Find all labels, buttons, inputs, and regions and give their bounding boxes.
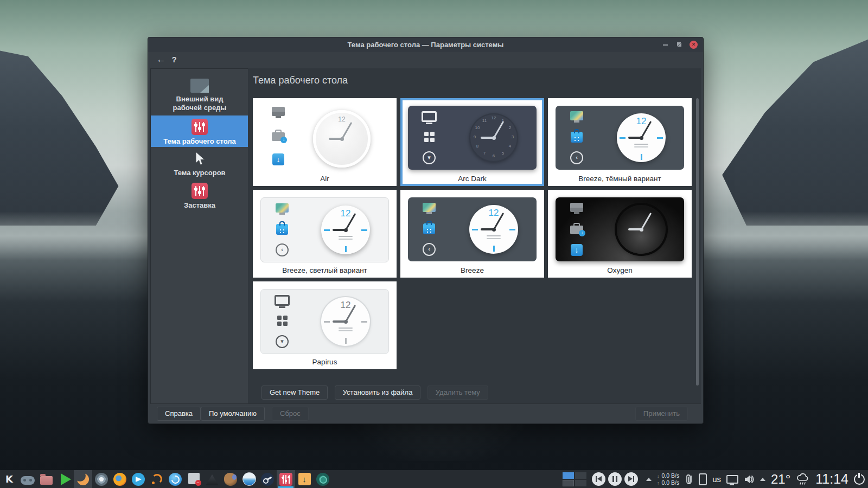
preview-icons: [569, 203, 585, 256]
taskbar-chromium[interactable]: [92, 470, 111, 488]
taskbar-rss-reader[interactable]: [148, 470, 166, 488]
toolbar: ← ?: [148, 52, 703, 68]
pet-icon: [224, 473, 237, 486]
monitor-icon: [272, 107, 285, 116]
taskbar-torrent[interactable]: [166, 470, 184, 488]
keyboard-layout-indicator[interactable]: us: [712, 474, 721, 484]
system-tray: ↓0.0 B/s ↑0.0 B/s us 21°: [563, 470, 868, 488]
theme-card-papirus[interactable]: ▾ 12 Papirus: [253, 281, 397, 369]
taskbar-firefox[interactable]: [111, 470, 129, 488]
minute-hand: [641, 213, 652, 230]
clock-numeral: 12: [490, 115, 497, 120]
taskbar-paint-app[interactable]: [240, 470, 258, 488]
monitor-icon: [276, 203, 289, 213]
up-arrow-icon: ↑: [657, 480, 660, 486]
clock-numeral: 12: [469, 208, 518, 219]
power-icon[interactable]: [854, 474, 865, 485]
briefcase-icon: [272, 132, 285, 141]
delete-theme-button: Удалить тему: [427, 386, 488, 400]
taskbar-download-manager[interactable]: [295, 470, 314, 488]
weather-rain-icon[interactable]: [796, 472, 810, 486]
taskbar-system-settings[interactable]: [277, 470, 295, 488]
sidebar-item-screensaver[interactable]: Заставка: [151, 179, 248, 212]
theme-card-breeze-light[interactable]: ‹ 12 Breeze, светлый вариант: [253, 190, 397, 278]
theme-card-breeze[interactable]: ‹ 12 Breeze: [400, 190, 544, 278]
theme-name: Oxygen: [548, 266, 692, 274]
clock-numeral: 12: [617, 116, 666, 127]
desktop-4[interactable]: [575, 480, 586, 486]
clipboard-icon[interactable]: [685, 473, 693, 485]
get-new-theme-button[interactable]: Get new Theme: [261, 386, 328, 400]
tick-6: [641, 154, 642, 160]
phone-icon[interactable]: [699, 473, 707, 485]
back-button[interactable]: ←: [155, 53, 168, 66]
theme-list-panel: Тема рабочего стола 12 Air: [248, 68, 701, 404]
titlebar[interactable]: Тема рабочего стола — Параметры системы: [148, 37, 703, 52]
minimize-icon[interactable]: [662, 41, 669, 49]
restore-icon[interactable]: [676, 41, 684, 49]
down-arrow-icon: ↓: [657, 473, 660, 479]
clock-numeral: 6: [490, 153, 497, 158]
taskbar-crescent-app[interactable]: [74, 470, 92, 488]
clock-numeral: 3: [509, 134, 516, 139]
monitor-icon: [570, 203, 583, 212]
theme-card-breeze-dark[interactable]: ‹ 12 Breeze, тёмный вариант: [548, 98, 692, 186]
desktop-2[interactable]: [575, 472, 586, 479]
help-button[interactable]: ?: [169, 53, 180, 66]
display-icon[interactable]: [726, 475, 738, 484]
download-icon: [272, 153, 284, 165]
clock-preview: 12: [617, 113, 666, 162]
media-pause-button[interactable]: [608, 472, 622, 486]
virtual-desktop-pager[interactable]: [563, 472, 586, 486]
theme-preview: ‹ 12: [408, 197, 537, 261]
theme-card-air[interactable]: 12 Air: [253, 98, 397, 186]
paint-icon: [242, 472, 256, 486]
tick-9: [620, 137, 626, 139]
temperature-value[interactable]: 21°: [771, 472, 790, 487]
defaults-button[interactable]: По умолчанию: [201, 407, 265, 421]
minute-hand: [493, 121, 504, 138]
clock-branding: [487, 235, 501, 236]
reset-button: Сброс: [272, 407, 309, 421]
clock-numeral: 9: [471, 134, 478, 139]
theme-card-arc-dark[interactable]: ▾ 12 1 2 3 4 5 6 7 8 9 10 11: [400, 98, 544, 186]
desktop-1-current[interactable]: [563, 472, 574, 479]
taskbar-pet-app[interactable]: [221, 470, 240, 488]
clock[interactable]: 11:14: [815, 471, 848, 487]
tray-expander-icon[interactable]: [646, 478, 652, 481]
taskbar-steam[interactable]: [258, 470, 277, 488]
taskbar-inkscape[interactable]: [203, 470, 221, 488]
close-icon[interactable]: [690, 41, 698, 49]
sidebar-item-cursor-theme[interactable]: Тема курсоров: [151, 148, 248, 178]
media-next-button[interactable]: [624, 472, 638, 486]
status-expander-icon[interactable]: [760, 478, 765, 481]
taskbar-package-updater[interactable]: [184, 470, 203, 488]
media-previous-button[interactable]: [592, 472, 605, 486]
desktop-3[interactable]: [563, 480, 574, 486]
install-from-file-button[interactable]: Установить из файла: [335, 386, 421, 400]
taskbar-play-store[interactable]: [55, 470, 74, 488]
scrollbar[interactable]: [696, 98, 699, 386]
taskbar-gamepad[interactable]: [18, 470, 37, 488]
taskbar-telegram[interactable]: [129, 470, 148, 488]
tick-6: [345, 246, 347, 252]
sidebar-item-desktop-theme[interactable]: Тема рабочего стола: [151, 115, 248, 147]
help-footer-button[interactable]: Справка: [157, 407, 201, 421]
volume-icon[interactable]: [744, 474, 755, 484]
clock-preview: [617, 205, 666, 254]
theme-card-oxygen[interactable]: Oxygen: [548, 190, 692, 278]
sidebar-item-appearance[interactable]: Внешний вид рабочей среды: [151, 75, 248, 115]
clock-numeral: 11: [481, 118, 488, 123]
circle-back-icon: ‹: [570, 151, 583, 164]
theme-name: Breeze: [400, 266, 544, 274]
network-speed-widget[interactable]: ↓0.0 B/s ↑0.0 B/s: [657, 472, 679, 486]
theme-preview: ‹ 12: [556, 106, 684, 170]
taskbar-file-manager[interactable]: [37, 470, 55, 488]
torrent-icon: [169, 473, 182, 486]
circle-down-icon: ▾: [423, 151, 436, 164]
sidebar-item-label: Тема курсоров: [151, 169, 248, 177]
app-launcher-button[interactable]: [0, 470, 18, 488]
folder-icon: [40, 476, 53, 485]
taskbar-network-app[interactable]: [314, 470, 332, 488]
download-icon: [571, 244, 583, 256]
